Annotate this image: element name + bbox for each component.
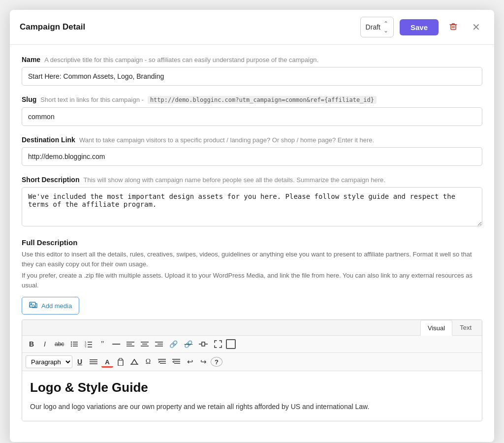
- toolbar-hr[interactable]: —: [110, 338, 123, 350]
- slug-field-group: Slug Short text in links for this campai…: [22, 95, 482, 126]
- svg-rect-31: [119, 358, 122, 360]
- toolbar-format-select[interactable]: Paragraph Heading 1 Heading 2: [26, 355, 72, 368]
- toolbar-redo[interactable]: ↪: [197, 356, 209, 368]
- editor-tab-bar: Visual Text: [22, 320, 482, 336]
- slug-label-row: Slug Short text in links for this campai…: [22, 95, 482, 104]
- full-description-field-group: Full Description Use this editor to inse…: [22, 238, 482, 421]
- toolbar-ol[interactable]: 1.2.3.: [82, 338, 95, 350]
- name-hint: A descriptive title for this campaign - …: [44, 56, 318, 63]
- full-description-desc1: Use this editor to insert all the detail…: [22, 250, 482, 269]
- add-media-icon: [29, 301, 38, 311]
- status-label: Draft: [366, 23, 380, 31]
- toolbar-paste[interactable]: [115, 356, 126, 368]
- modal-title: Campaign Detail: [20, 22, 354, 32]
- toolbar-align-center[interactable]: [138, 338, 151, 350]
- svg-rect-30: [118, 360, 123, 366]
- destination-link-label-row: Destination Link Want to take campaign v…: [22, 136, 482, 144]
- toolbar-blockquote[interactable]: ": [96, 338, 108, 350]
- toolbar-align-left[interactable]: [124, 338, 137, 350]
- toolbar-clear-format[interactable]: [128, 356, 141, 368]
- short-description-field-group: Short Description This will show along w…: [22, 176, 482, 228]
- toolbar-ul[interactable]: [68, 338, 81, 350]
- toolbar-unlink[interactable]: 🔗: [182, 338, 195, 350]
- name-input[interactable]: [22, 67, 482, 86]
- short-description-hint: This will show along with campaign name …: [83, 176, 385, 184]
- add-media-button[interactable]: Add media: [22, 297, 79, 315]
- toolbar-fullscreen[interactable]: [212, 338, 224, 350]
- slug-hint-code: http://demo.blogginc.com?utm_campaign=co…: [148, 96, 377, 104]
- slug-hint: Short text in links for this campaign -: [40, 96, 144, 103]
- toolbar-undo[interactable]: ↩: [184, 356, 196, 368]
- toolbar-link[interactable]: 🔗: [167, 338, 180, 350]
- toolbar-outdent[interactable]: [170, 356, 183, 368]
- name-label: Name: [22, 56, 40, 63]
- destination-link-input[interactable]: [22, 147, 482, 166]
- status-dropdown[interactable]: Draft ⌃⌄: [360, 17, 394, 37]
- short-description-input[interactable]: We've included the most important design…: [22, 187, 482, 226]
- content-heading: Logo & Style Guide: [30, 380, 474, 395]
- toolbar-omega[interactable]: Ω: [142, 356, 154, 368]
- svg-rect-26: [202, 342, 205, 346]
- editor-content-area[interactable]: Logo & Style Guide Our logo and logo var…: [22, 371, 482, 421]
- modal-body: Name A descriptive title for this campai…: [10, 45, 494, 442]
- trash-icon: [448, 21, 458, 31]
- svg-point-5: [71, 344, 72, 345]
- add-media-label: Add media: [41, 302, 72, 310]
- full-description-title: Full Description: [22, 238, 482, 247]
- toolbar-box[interactable]: [226, 339, 236, 349]
- save-button[interactable]: Save: [400, 19, 439, 35]
- svg-point-7: [71, 346, 72, 347]
- toolbar-insert-more[interactable]: [196, 338, 210, 350]
- short-description-label: Short Description: [22, 176, 79, 184]
- destination-link-label: Destination Link: [22, 136, 75, 144]
- toolbar-align-right[interactable]: [153, 338, 165, 350]
- short-description-label-row: Short Description This will show along w…: [22, 176, 482, 184]
- rich-text-editor: Visual Text B I abc 1.2.3. " —: [22, 319, 482, 421]
- modal-header: Campaign Detail Draft ⌃⌄ Save ✕: [10, 10, 494, 45]
- toolbar-bold[interactable]: B: [26, 338, 37, 350]
- name-label-row: Name A descriptive title for this campai…: [22, 56, 482, 63]
- chevron-down-icon: ⌃⌄: [383, 20, 388, 34]
- toolbar-strikethrough[interactable]: abc: [52, 338, 66, 350]
- close-button[interactable]: ✕: [468, 19, 484, 35]
- destination-link-hint: Want to take campaign visitors to a spec…: [79, 136, 374, 144]
- tab-visual[interactable]: Visual: [420, 320, 452, 336]
- toolbar-justify[interactable]: [87, 356, 100, 368]
- toolbar-row-1: B I abc 1.2.3. " —: [22, 336, 482, 353]
- slug-label: Slug: [22, 95, 36, 103]
- svg-point-3: [71, 342, 72, 343]
- full-description-desc2: If you prefer, create a .zip file with m…: [22, 271, 482, 290]
- name-field-group: Name A descriptive title for this campai…: [22, 56, 482, 86]
- toolbar-italic[interactable]: I: [39, 338, 51, 350]
- toolbar-font-color[interactable]: A: [101, 356, 113, 368]
- campaign-detail-modal: Campaign Detail Draft ⌃⌄ Save ✕ Name A d…: [10, 10, 494, 442]
- svg-text:3.: 3.: [85, 346, 87, 348]
- slug-input[interactable]: [22, 107, 482, 126]
- toolbar-row-2: Paragraph Heading 1 Heading 2 U A: [22, 353, 482, 371]
- destination-link-field-group: Destination Link Want to take campaign v…: [22, 136, 482, 166]
- delete-button[interactable]: [444, 18, 462, 36]
- toolbar-help[interactable]: ?: [211, 357, 222, 367]
- toolbar-indent[interactable]: [156, 356, 168, 368]
- tab-text[interactable]: Text: [452, 320, 479, 335]
- toolbar-underline[interactable]: U: [74, 356, 86, 368]
- content-body: Our logo and logo variations are our own…: [30, 401, 474, 412]
